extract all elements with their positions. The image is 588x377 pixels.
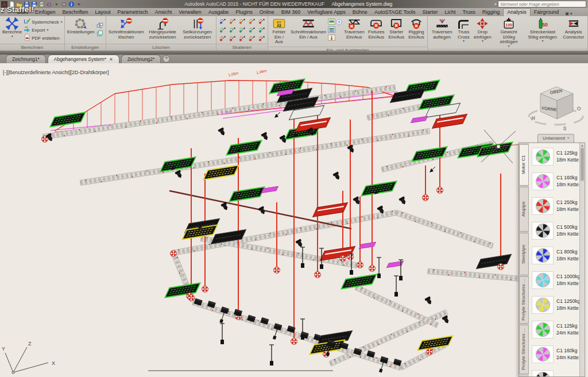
workspace-icon[interactable] <box>61 1 67 7</box>
gewicht-100kg-einfügen-button[interactable]: 100Gewicht 100kg einfügen▼ <box>493 17 525 48</box>
scale-cell-icon[interactable] <box>237 26 247 34</box>
scrollbar-thumb[interactable] <box>581 148 584 181</box>
scale-cell-icon[interactable] <box>247 17 257 26</box>
menu-down-icon[interactable] <box>53 1 60 7</box>
palette-scrollbar[interactable]: ▲ <box>579 143 585 376</box>
palette-item-c1-125kg[interactable]: C1 125kg18m Kette <box>529 144 579 169</box>
schnittreaktionen-ein-aus-button[interactable]: Schnittreaktionen Ein / Aus <box>289 17 327 46</box>
scale-cell-icon[interactable] <box>218 26 227 34</box>
analysis-connector-button[interactable]: Analysis Connector <box>560 17 586 48</box>
palette-item-c1-125kg[interactable]: C1 125kg24m Kette <box>529 317 579 342</box>
layers-icon-button[interactable] <box>96 30 105 38</box>
search-go-icon[interactable]: ▸ <box>494 2 497 6</box>
scale-cell-icon[interactable] <box>227 26 237 34</box>
ribbon-tab-licht[interactable]: Licht <box>442 9 459 16</box>
pdf-erstellen-button[interactable]: PDF erstellen <box>24 34 63 42</box>
seilkürzungen-zurücksetzen-button[interactable]: Seilkürzungen zurücksetzen <box>180 17 214 43</box>
show-truss-icon[interactable] <box>328 17 335 25</box>
palette-item-c1-500kg[interactable]: C1 500kg18m Kette <box>529 218 579 243</box>
fehler-ein-aus-button[interactable]: err#2Fehler Ein / Aus <box>269 17 289 46</box>
palette-item-c1-160kg[interactable]: C1 160kg24m Kette <box>529 342 579 367</box>
ribbon-tab-rigging[interactable]: Rigging <box>479 9 504 16</box>
scale-cell-icon[interactable] <box>218 34 227 43</box>
ribbon-tab-online[interactable]: Online <box>256 9 278 16</box>
scale-cell-icon[interactable] <box>237 34 247 43</box>
drop-einfügen-button[interactable]: Drop einfügen▼ <box>473 17 493 48</box>
palette-tab-alupipe[interactable]: Alupipe <box>519 187 529 232</box>
palette-tab-prolyte-structures[interactable]: Prolyte Structures ... <box>519 276 529 324</box>
scale-cell-icon[interactable] <box>227 17 237 26</box>
doc-tab-abgehangenes-system[interactable]: Abgehangenes System*✕ <box>48 55 119 63</box>
scale-cell-icon[interactable] <box>227 34 237 43</box>
ribbon-tab-plugins[interactable]: Plugins <box>232 9 256 16</box>
palette-title[interactable]: Unbenannt▾ <box>537 134 574 143</box>
doc-tab-zeichnung1[interactable]: Zeichnung1* <box>6 55 46 63</box>
ribbon-tab-einfügen[interactable]: Einfügen <box>32 9 59 16</box>
palette-item-c1-800kg[interactable]: C1 800kg18m Kette <box>529 243 579 268</box>
ribbon-tab-bühne[interactable]: Bühne <box>349 9 371 16</box>
ribbon-tab-parametrisch[interactable]: Parametrisch <box>114 9 152 16</box>
undo-icon[interactable] <box>46 1 52 7</box>
palette-tab-motor-c1[interactable]: Motor C1 <box>519 144 529 186</box>
swap-icon-button[interactable] <box>96 22 105 30</box>
traversen-ein-aus-button[interactable]: Traversen Ein/Aus <box>343 17 366 46</box>
palette-item-c1-1000kg[interactable]: C1 1000kg18m Kette <box>529 268 579 293</box>
palette-item-c1-1250kg[interactable]: C1 1250kg18m Kette <box>529 293 579 317</box>
schnittreaktionen-löschen-button[interactable]: Schnittreaktionen löschen <box>107 17 145 43</box>
truss-cross-button[interactable]: Truss Cross▼ <box>455 17 472 48</box>
drawing-canvas[interactable]: 1,05m1,49m4,28mOBENVORNEWOSXZY <box>0 63 588 377</box>
hängepunkte-zurücksetzen-button[interactable]: Hängepunkte zurücksetzen <box>146 17 180 43</box>
compass-west[interactable]: W <box>530 115 537 122</box>
close-tab-icon[interactable]: ✕ <box>109 56 113 63</box>
scale-cell-icon[interactable] <box>257 17 266 26</box>
ribbon-tab-fairground[interactable]: Fairground <box>531 9 563 16</box>
palette-menu-icon[interactable]: ▾ <box>567 135 569 142</box>
rigging-ein-aus-button[interactable]: Rigging Ein/Aus <box>407 17 427 46</box>
ribbon-tab-bim-360[interactable]: BIM 360 <box>278 9 304 16</box>
palette-tab-steelpipe[interactable]: Steelpipe <box>519 233 529 275</box>
info-icon[interactable] <box>68 1 75 7</box>
fixtures-ein-aus-button[interactable]: Fixtures Ein/Aus <box>366 17 386 46</box>
traversen-auflegen-button[interactable]: Traversen auflegen <box>429 17 455 48</box>
scale-cell-icon[interactable] <box>237 17 247 26</box>
scale-cell-icon[interactable] <box>247 34 257 43</box>
ribbon-tab-beschriften[interactable]: Beschriften <box>59 9 92 16</box>
systemcheck-button[interactable]: Systemcheck▼ <box>24 18 63 26</box>
scale-cell-icon[interactable] <box>257 26 266 34</box>
ribbon-tab-autostage-tools[interactable]: AutoSTAGE Tools <box>371 9 419 16</box>
palette-item-x[interactable] <box>529 367 579 376</box>
scale-cell-icon[interactable] <box>247 26 257 34</box>
streckenlast-50kg-einfügen-button[interactable]: 50Streckenlast 50kg einfügen▼ <box>525 17 560 48</box>
scale-cell-icon[interactable] <box>257 34 266 43</box>
ribbon-tab-verwalten[interactable]: Verwalten <box>175 9 205 16</box>
ribbon-tab-ansicht[interactable]: Ansicht <box>152 9 176 16</box>
scale-cell-icon[interactable] <box>218 17 227 26</box>
export-button[interactable]: Export▼ <box>24 26 63 34</box>
ribbon-minimize-icon[interactable]: ▣ ▾ <box>562 11 575 16</box>
palette-item-c1-160kg[interactable]: C1 160kg18m Kette <box>529 169 579 194</box>
ribbon-tab-analysis[interactable]: Analysis <box>503 8 531 16</box>
starter-ein-aus-button[interactable]: Starter Ein/Aus <box>387 17 406 46</box>
palette-tab-prolyte-structures[interactable]: Prolyte Structures ... <box>519 325 529 374</box>
help-icon[interactable]: ? <box>336 17 342 24</box>
compass-south[interactable]: S <box>563 125 567 132</box>
show-fixtures-icon[interactable] <box>328 25 335 33</box>
show-drops-icon[interactable] <box>328 33 335 41</box>
ribbon-tab-ausgabe[interactable]: Ausgabe <box>205 9 233 16</box>
scroll-up-icon[interactable]: ▲ <box>580 143 585 148</box>
search-input[interactable] <box>498 1 586 7</box>
palette-item-c1-250kg[interactable]: C1 250kg18m Kette <box>529 194 579 218</box>
ribbon-tab-layout[interactable]: Layout <box>92 9 114 16</box>
new-drawing-tab-button[interactable]: + <box>163 55 170 63</box>
ribbon-tab-verfügbare-apps[interactable]: Verfügbare Apps <box>304 9 349 16</box>
ribbon-tab-starter[interactable]: Starter <box>419 9 442 16</box>
ribbon-tab-truss[interactable]: Truss <box>459 9 479 16</box>
menu-down-icon[interactable] <box>76 1 82 7</box>
einstellungen-button[interactable]: Einstellungen <box>66 17 96 43</box>
plot-icon[interactable] <box>38 1 45 7</box>
berechne-button[interactable]: Berechne▼ <box>1 17 23 43</box>
doc-tab-zeichnung2[interactable]: Zeichnung2* <box>121 55 161 63</box>
compass-east[interactable]: O <box>577 105 582 111</box>
drawing-area[interactable]: 1,05m1,49m4,28mOBENVORNEWOSXZY [-][Benut… <box>0 63 588 377</box>
viewcube[interactable]: OBENVORNEWOS <box>529 87 583 132</box>
